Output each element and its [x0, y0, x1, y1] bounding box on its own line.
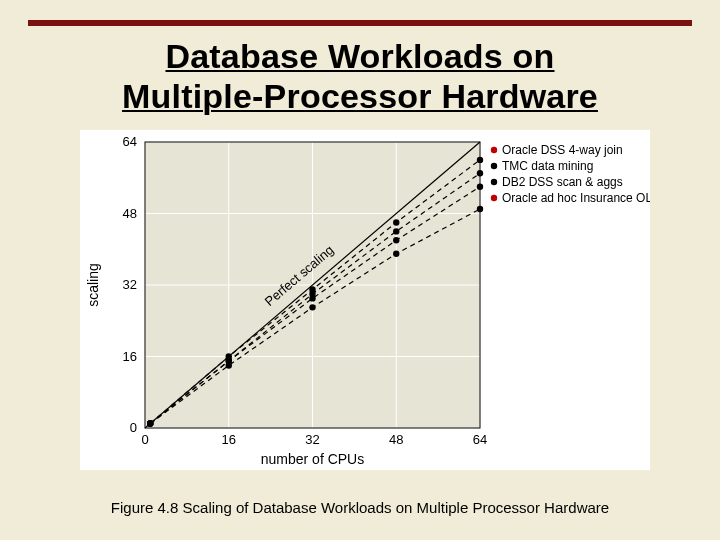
svg-text:32: 32	[123, 277, 137, 292]
chart: 016324864016324864number of CPUsscalingP…	[80, 130, 650, 470]
svg-point-39	[393, 237, 399, 243]
svg-text:DB2 DSS scan & aggs: DB2 DSS scan & aggs	[502, 175, 623, 189]
svg-point-50	[491, 179, 497, 185]
svg-text:0: 0	[130, 420, 137, 435]
svg-text:64: 64	[123, 134, 137, 149]
svg-point-45	[477, 206, 483, 212]
svg-point-52	[491, 195, 497, 201]
svg-point-48	[491, 163, 497, 169]
svg-point-46	[491, 147, 497, 153]
header-rule	[28, 20, 692, 26]
svg-text:TMC data mining: TMC data mining	[502, 159, 593, 173]
svg-text:32: 32	[305, 432, 319, 447]
svg-point-44	[393, 251, 399, 257]
svg-text:Oracle ad hoc Insurance OLTP: Oracle ad hoc Insurance OLTP	[502, 191, 650, 205]
title-line-2: Multiple-Processor Hardware	[122, 77, 598, 115]
slide-title: Database Workloads on Multiple-Processor…	[28, 36, 692, 116]
svg-point-29	[393, 219, 399, 225]
svg-text:48: 48	[123, 206, 137, 221]
svg-point-35	[477, 170, 483, 176]
svg-point-40	[477, 183, 483, 189]
svg-text:16: 16	[123, 349, 137, 364]
svg-text:64: 64	[473, 432, 487, 447]
svg-text:16: 16	[222, 432, 236, 447]
chart-svg: 016324864016324864number of CPUsscalingP…	[80, 130, 650, 470]
svg-point-34	[393, 228, 399, 234]
svg-point-30	[477, 157, 483, 163]
title-line-1: Database Workloads on	[165, 37, 554, 75]
svg-point-38	[309, 295, 315, 301]
svg-text:Oracle DSS 4-way join: Oracle DSS 4-way join	[502, 143, 623, 157]
svg-point-42	[226, 362, 232, 368]
svg-point-43	[309, 304, 315, 310]
svg-text:number of CPUs: number of CPUs	[261, 451, 364, 467]
svg-text:scaling: scaling	[85, 263, 101, 307]
svg-text:0: 0	[141, 432, 148, 447]
svg-point-41	[147, 420, 153, 426]
figure-caption: Figure 4.8 Scaling of Database Workloads…	[28, 499, 692, 516]
svg-text:48: 48	[389, 432, 403, 447]
